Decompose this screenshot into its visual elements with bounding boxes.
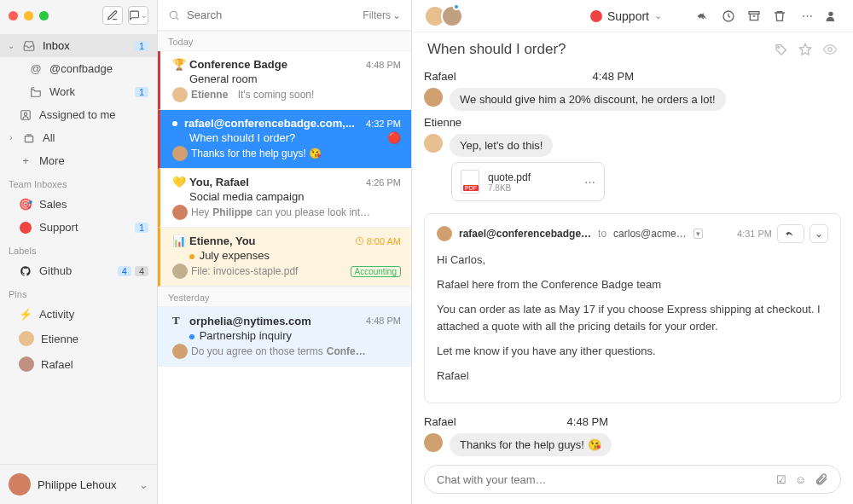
stack-icon	[22, 132, 36, 144]
avatar	[19, 356, 34, 372]
avatar	[172, 87, 188, 102]
compose-button[interactable]	[102, 6, 123, 25]
plus-icon: +	[19, 154, 32, 167]
chart-icon: 📊	[172, 235, 184, 247]
inbox-selector[interactable]: Support⌄	[590, 9, 662, 23]
trash-icon[interactable]	[773, 9, 790, 23]
composer-input[interactable]	[437, 473, 768, 486]
reply-button[interactable]	[777, 224, 804, 243]
new-chat-button[interactable]: ⌄	[128, 6, 148, 25]
day-header-yesterday: Yesterday	[158, 287, 411, 307]
sidebar-label: @confbadge	[49, 62, 113, 75]
folder-icon	[29, 86, 43, 98]
attach-icon[interactable]	[815, 472, 828, 486]
tag-icon[interactable]	[775, 43, 788, 56]
avatar	[437, 226, 452, 241]
sidebar-item-github[interactable]: Github 44	[0, 259, 157, 282]
conversation-item[interactable]: 🏆Conference Badge4:48 PM General room Et…	[158, 51, 411, 110]
conv-subject: Social media campaign	[189, 190, 401, 203]
helmet-icon	[590, 10, 602, 22]
conversation-item[interactable]: 💛You, Rafael4:26 PM Social media campaig…	[158, 169, 411, 228]
participants[interactable]	[424, 5, 458, 27]
sidebar-label: More	[39, 154, 65, 167]
github-icon	[19, 265, 32, 277]
sidebar-item-all[interactable]: › All	[0, 126, 157, 149]
close-dot[interactable]	[9, 11, 18, 20]
helmet-icon	[19, 222, 32, 234]
zoom-dot[interactable]	[39, 11, 49, 20]
thread-subject: When should I order?	[427, 41, 764, 58]
search-bar[interactable]: Filters ⌄	[158, 0, 411, 31]
conv-from: rafael@conferencebadge.com,...	[184, 117, 361, 130]
sidebar-item-support[interactable]: Support 1	[0, 216, 157, 239]
more-icon[interactable]: ⋯	[798, 9, 815, 22]
sidebar-label: Etienne	[41, 333, 78, 345]
svg-point-8	[778, 46, 780, 48]
email-time: 4:31 PM	[737, 229, 772, 239]
reply-all-icon[interactable]	[696, 9, 713, 24]
svg-point-9	[828, 48, 833, 52]
sidebar-item-assigned[interactable]: Assigned to me	[0, 103, 157, 126]
msg-author: Etienne	[424, 116, 461, 129]
star-icon[interactable]	[798, 43, 812, 56]
message: Rafael4:48 PM Thanks for the help guys! …	[424, 415, 841, 456]
section-labels: Labels	[0, 239, 157, 259]
msg-author: Rafael	[424, 70, 456, 83]
task-icon[interactable]: ☑	[776, 473, 786, 486]
inbox-icon	[22, 40, 36, 52]
snooze-icon[interactable]	[722, 9, 739, 23]
day-header-today: Today	[158, 31, 411, 51]
bolt-icon: ⚡	[19, 308, 32, 321]
message: Rafael4:48 PM We should give him a 20% d…	[424, 70, 841, 111]
msg-time: 4:48 PM	[567, 415, 608, 428]
conversation-list: Filters ⌄ Today 🏆Conference Badge4:48 PM…	[158, 0, 412, 504]
composer[interactable]: ☑ ☺	[424, 465, 841, 494]
sidebar-label: Activity	[39, 308, 74, 321]
nyt-icon: T	[172, 314, 184, 327]
conv-time: 4:48 PM	[366, 316, 401, 326]
search-input[interactable]	[187, 9, 356, 21]
emoji-icon[interactable]: ☺	[795, 473, 806, 486]
reading-pane: Support⌄ ⋯ When should I order? Rafael4:…	[412, 0, 853, 504]
sidebar-item-etienne[interactable]: Etienne	[0, 326, 157, 351]
msg-bubble: Yep, let's do this!	[450, 134, 553, 157]
conversation-item-selected[interactable]: rafael@conferencebadge.com,...4:32 PM Wh…	[158, 110, 411, 169]
window-controls[interactable]	[9, 11, 49, 20]
avatar	[424, 134, 443, 153]
sidebar-item-confbadge[interactable]: @ @confbadge	[0, 57, 157, 80]
archive-icon[interactable]	[747, 9, 764, 23]
svg-rect-6	[749, 11, 759, 14]
attachment[interactable]: quote.pdf7.8KB ⋯	[451, 162, 605, 201]
conv-preview: Hey Philippe can you please look int…	[172, 205, 401, 220]
trophy-icon: 🏆	[172, 58, 184, 71]
subject-bar: When should I order?	[412, 32, 853, 67]
conversation-item[interactable]: Torphelia@nytimes.com4:48 PM Partnership…	[158, 307, 411, 367]
conversation-item[interactable]: 📊Etienne, You8:00 AM July expenses File:…	[158, 228, 411, 287]
msg-bubble: We should give him a 20% discount, he or…	[450, 88, 726, 111]
sidebar-label: Inbox	[43, 39, 70, 52]
watch-icon[interactable]	[822, 42, 838, 57]
sidebar-label: Support	[39, 221, 78, 234]
msg-time: 4:48 PM	[593, 70, 634, 83]
current-user[interactable]: Philippe Lehoux ⌄	[0, 464, 157, 504]
msg-bubble: Thanks for the help guys! 😘	[450, 433, 612, 456]
sidebar-item-activity[interactable]: ⚡ Activity	[0, 303, 157, 326]
email-to-label: to	[598, 228, 606, 240]
chevron-right-icon: ›	[7, 133, 15, 142]
assign-icon[interactable]	[824, 9, 841, 23]
sidebar-item-work[interactable]: Work 1	[0, 80, 157, 103]
avatar	[19, 331, 34, 346]
pdf-icon	[461, 170, 479, 194]
filters-dropdown[interactable]: Filters ⌄	[363, 9, 401, 21]
attach-more-icon[interactable]: ⋯	[584, 176, 595, 188]
minimize-dot[interactable]	[24, 11, 33, 20]
sidebar-item-sales[interactable]: 🎯 Sales	[0, 193, 157, 216]
svg-point-1	[24, 113, 27, 116]
sidebar-item-inbox[interactable]: ⌄ Inbox 1	[0, 34, 157, 57]
email-body: Hi Carlos, Rafael here from the Conferen…	[437, 252, 828, 385]
sidebar-item-rafael[interactable]: Rafael	[0, 351, 157, 377]
sidebar-item-more[interactable]: + More	[0, 149, 157, 172]
heart-icon: 💛	[172, 176, 184, 188]
expand-recipients-icon[interactable]: ▾	[693, 229, 703, 239]
reply-more-button[interactable]: ⌄	[809, 224, 828, 243]
